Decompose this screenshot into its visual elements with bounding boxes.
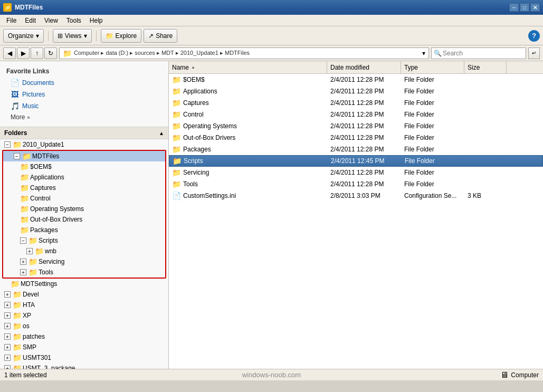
tree-item-oems[interactable]: 📁 $OEM$ bbox=[3, 161, 165, 172]
expander-usmt3package[interactable]: + bbox=[4, 365, 11, 369]
expander-smp[interactable]: + bbox=[4, 344, 11, 350]
refresh-button[interactable]: ↻ bbox=[44, 47, 57, 59]
menu-help[interactable]: Help bbox=[85, 16, 107, 25]
tree-item-scripts[interactable]: − 📁 Scripts bbox=[3, 235, 165, 246]
col-header-size[interactable]: Size bbox=[464, 61, 507, 73]
file-row-captures[interactable]: 📁Captures 2/4/2011 12:28 PM File Folder bbox=[169, 97, 543, 109]
folder-icon: 📁 bbox=[172, 145, 181, 154]
menu-tools[interactable]: Tools bbox=[62, 16, 85, 25]
search-box[interactable]: 🔍 bbox=[431, 47, 526, 59]
tree-item-2010update1[interactable]: − 📁 2010_Update1 bbox=[0, 139, 168, 150]
sidebar-item-music[interactable]: 🎵 Music bbox=[0, 100, 168, 112]
expander-scripts[interactable]: − bbox=[20, 237, 26, 244]
tree-item-xp[interactable]: + 📁 XP bbox=[0, 310, 168, 321]
share-button[interactable]: ↗ Share bbox=[144, 29, 177, 43]
tree-item-patches[interactable]: + 📁 patches bbox=[0, 331, 168, 342]
col-header-type[interactable]: Type bbox=[401, 61, 464, 73]
back-button[interactable]: ◀ bbox=[3, 47, 16, 59]
file-row-outofboxdrivers[interactable]: 📁Out-of-Box Drivers 2/4/2011 12:28 PM Fi… bbox=[169, 132, 543, 144]
file-date: 2/4/2011 12:28 PM bbox=[330, 111, 384, 118]
tree-item-outofboxdrivers[interactable]: 📁 Out-of-Box Drivers bbox=[3, 214, 165, 225]
expander-tools[interactable]: + bbox=[20, 269, 26, 275]
tree-item-smp[interactable]: + 📁 SMP bbox=[0, 342, 168, 352]
sidebar-item-pictures[interactable]: 🖼 Pictures bbox=[0, 89, 168, 100]
tree-item-wnb[interactable]: + 📁 wnb bbox=[3, 246, 165, 256]
tree-label-mdtfiles: MDTFiles bbox=[32, 152, 59, 160]
tree-item-applications[interactable]: 📁 Applications bbox=[3, 172, 165, 183]
tree-item-control[interactable]: 📁 Control bbox=[3, 193, 165, 204]
file-row-packages[interactable]: 📁Packages 2/4/2011 12:28 PM File Folder bbox=[169, 144, 543, 155]
file-row-customsettings[interactable]: 📄CustomSettings.ini 2/8/2011 3:03 PM Con… bbox=[169, 190, 543, 202]
file-date: 2/4/2011 12:28 PM bbox=[330, 180, 384, 188]
search-input[interactable] bbox=[443, 50, 523, 57]
address-box[interactable]: 📁 Computer ▸ data (D:) ▸ sources ▸ MDT ▸… bbox=[59, 47, 429, 59]
menu-edit[interactable]: Edit bbox=[21, 16, 40, 25]
file-name: Scripts bbox=[184, 157, 203, 165]
tree-item-os[interactable]: + 📁 os bbox=[0, 321, 168, 331]
tree-label-xp: XP bbox=[23, 312, 31, 319]
menu-file[interactable]: File bbox=[2, 16, 21, 25]
folder-icon-usmt301: 📁 bbox=[13, 353, 22, 362]
col-header-date[interactable]: Date modified bbox=[327, 61, 401, 73]
file-row-servicing[interactable]: 📁Servicing 2/4/2011 12:28 PM File Folder bbox=[169, 167, 543, 178]
explore-icon: 📁 bbox=[106, 32, 113, 40]
sidebar-item-documents[interactable]: 📄 Documents bbox=[0, 77, 168, 89]
tree-item-usmt301[interactable]: + 📁 USMT301 bbox=[0, 352, 168, 363]
tree-item-mdtfiles[interactable]: − 📁 MDTFiles bbox=[3, 151, 165, 161]
tree-item-usmt3package[interactable]: + 📁 USMT_3_package bbox=[0, 363, 168, 369]
file-row-oems[interactable]: 📁$OEM$ 2/4/2011 12:28 PM File Folder bbox=[169, 74, 543, 85]
organize-button[interactable]: Organize ▾ bbox=[3, 29, 44, 43]
expander-wnb[interactable]: + bbox=[26, 248, 33, 254]
expander-mdtfiles[interactable]: − bbox=[14, 153, 20, 159]
sidebar-more[interactable]: More » bbox=[0, 112, 168, 122]
maximize-button[interactable]: □ bbox=[520, 3, 529, 12]
tree-item-servicing[interactable]: + 📁 Servicing bbox=[3, 256, 165, 267]
file-date: 2/4/2011 12:28 PM bbox=[330, 88, 384, 95]
address-bar: ◀ ▶ ↑ ↻ 📁 Computer ▸ data (D:) ▸ sources… bbox=[0, 45, 543, 61]
expander-devel[interactable]: + bbox=[4, 291, 11, 298]
search-go-button[interactable]: ↵ bbox=[528, 47, 540, 59]
tree-label-operatingsystems: Operating Systems bbox=[30, 205, 84, 213]
file-type: File Folder bbox=[404, 134, 434, 141]
file-date: 2/4/2011 12:45 PM bbox=[331, 157, 384, 165]
file-row-control[interactable]: 📁Control 2/4/2011 12:28 PM File Folder bbox=[169, 109, 543, 120]
tree-item-hta[interactable]: + 📁 HTA bbox=[0, 300, 168, 310]
file-date: 2/4/2011 12:28 PM bbox=[330, 99, 384, 107]
help-button[interactable]: ? bbox=[528, 30, 540, 42]
close-button[interactable]: ✕ bbox=[530, 3, 540, 12]
file-row-tools[interactable]: 📁Tools 2/4/2011 12:28 PM File Folder bbox=[169, 178, 543, 190]
col-header-name[interactable]: Name ▲ bbox=[169, 61, 327, 73]
expander-os[interactable]: + bbox=[4, 323, 11, 329]
tree-item-devel[interactable]: + 📁 Devel bbox=[0, 289, 168, 300]
explore-button[interactable]: 📁 Explore bbox=[101, 29, 142, 43]
expander-2010update1[interactable]: − bbox=[4, 141, 11, 148]
forward-button[interactable]: ▶ bbox=[17, 47, 30, 59]
up-button[interactable]: ↑ bbox=[31, 47, 43, 59]
file-row-applications[interactable]: 📁Applications 2/4/2011 12:28 PM File Fol… bbox=[169, 85, 543, 97]
tree-item-captures[interactable]: 📁 Captures bbox=[3, 183, 165, 193]
folders-header[interactable]: Folders ▲ bbox=[0, 127, 168, 139]
expander-servicing[interactable]: + bbox=[20, 259, 26, 265]
share-icon: ↗ bbox=[148, 32, 154, 40]
tree-label-hta: HTA bbox=[23, 301, 35, 309]
file-row-scripts[interactable]: 📁Scripts 2/4/2011 12:45 PM File Folder bbox=[169, 155, 543, 167]
views-button[interactable]: ⊞ Views ▾ bbox=[53, 29, 92, 43]
file-type: File Folder bbox=[404, 76, 434, 83]
tree-item-mdtsettings[interactable]: 📁 MDTSettings bbox=[0, 279, 168, 289]
pictures-label: Pictures bbox=[22, 91, 45, 98]
file-list: 📁$OEM$ 2/4/2011 12:28 PM File Folder 📁Ap… bbox=[169, 74, 543, 369]
tree-item-operatingsystems[interactable]: 📁 Operating Systems bbox=[3, 204, 165, 214]
expander-usmt301[interactable]: + bbox=[4, 355, 11, 361]
expander-patches[interactable]: + bbox=[4, 333, 11, 340]
folder-icon-wnb: 📁 bbox=[35, 247, 44, 255]
music-icon: 🎵 bbox=[11, 102, 19, 110]
expander-hta[interactable]: + bbox=[4, 302, 11, 308]
minimize-button[interactable]: ─ bbox=[509, 3, 519, 12]
tree-label-os: os bbox=[23, 322, 30, 330]
tree-item-packages[interactable]: 📁 Packages bbox=[3, 225, 165, 235]
menu-view[interactable]: View bbox=[40, 16, 62, 25]
file-row-operatingsystems[interactable]: 📁Operating Systems 2/4/2011 12:28 PM Fil… bbox=[169, 120, 543, 132]
tree-item-tools[interactable]: + 📁 Tools bbox=[3, 267, 165, 278]
file-type: File Folder bbox=[404, 146, 434, 153]
expander-xp[interactable]: + bbox=[4, 312, 11, 319]
